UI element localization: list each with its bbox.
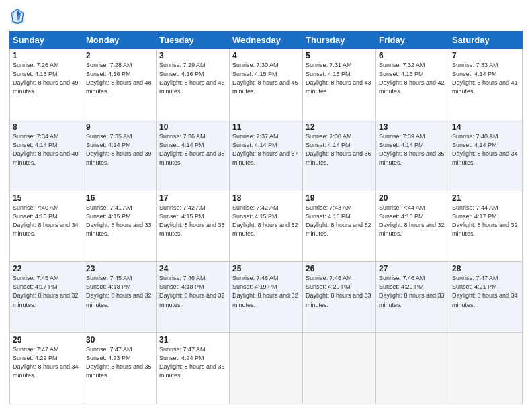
calendar-cell: 27Sunrise: 7:46 AMSunset: 4:20 PMDayligh… — [376, 262, 449, 333]
day-number: 2 — [86, 51, 153, 60]
calendar-cell: 13Sunrise: 7:39 AMSunset: 4:14 PMDayligh… — [376, 120, 449, 191]
calendar-cell: 6Sunrise: 7:32 AMSunset: 4:15 PMDaylight… — [376, 49, 449, 120]
calendar-cell — [303, 333, 376, 404]
calendar-cell: 3Sunrise: 7:29 AMSunset: 4:16 PMDaylight… — [157, 49, 230, 120]
cell-info: Sunrise: 7:34 AMSunset: 4:14 PMDaylight:… — [13, 132, 80, 167]
calendar-cell — [449, 333, 523, 404]
calendar-cell: 29Sunrise: 7:47 AMSunset: 4:22 PMDayligh… — [10, 333, 83, 404]
cell-info: Sunrise: 7:43 AMSunset: 4:16 PMDaylight:… — [306, 203, 373, 238]
col-header-friday: Friday — [376, 32, 449, 49]
calendar-cell: 21Sunrise: 7:44 AMSunset: 4:17 PMDayligh… — [449, 191, 523, 262]
col-header-thursday: Thursday — [303, 32, 376, 49]
logo-icon — [9, 7, 26, 26]
cell-info: Sunrise: 7:44 AMSunset: 4:16 PMDaylight:… — [379, 203, 446, 238]
cell-info: Sunrise: 7:46 AMSunset: 4:19 PMDaylight:… — [232, 274, 300, 309]
day-number: 16 — [86, 193, 153, 203]
cell-info: Sunrise: 7:42 AMSunset: 4:15 PMDaylight:… — [232, 203, 300, 238]
day-number: 19 — [306, 193, 373, 203]
cell-info: Sunrise: 7:30 AMSunset: 4:15 PMDaylight:… — [232, 61, 300, 96]
calendar-cell: 7Sunrise: 7:33 AMSunset: 4:14 PMDaylight… — [449, 49, 523, 120]
cell-info: Sunrise: 7:42 AMSunset: 4:15 PMDaylight:… — [159, 203, 226, 238]
calendar-cell: 9Sunrise: 7:35 AMSunset: 4:14 PMDaylight… — [83, 120, 157, 191]
cell-info: Sunrise: 7:32 AMSunset: 4:15 PMDaylight:… — [379, 61, 446, 96]
cell-info: Sunrise: 7:29 AMSunset: 4:16 PMDaylight:… — [159, 61, 226, 96]
cell-info: Sunrise: 7:46 AMSunset: 4:20 PMDaylight:… — [306, 274, 373, 309]
cell-info: Sunrise: 7:31 AMSunset: 4:15 PMDaylight:… — [306, 61, 373, 96]
cell-info: Sunrise: 7:47 AMSunset: 4:23 PMDaylight:… — [86, 345, 153, 380]
calendar-table: SundayMondayTuesdayWednesdayThursdayFrid… — [9, 31, 523, 404]
day-number: 4 — [232, 51, 300, 60]
calendar-cell: 20Sunrise: 7:44 AMSunset: 4:16 PMDayligh… — [376, 191, 449, 262]
cell-info: Sunrise: 7:35 AMSunset: 4:14 PMDaylight:… — [86, 132, 153, 167]
col-header-saturday: Saturday — [449, 32, 523, 49]
calendar-cell: 28Sunrise: 7:47 AMSunset: 4:21 PMDayligh… — [449, 262, 523, 333]
logo — [9, 7, 27, 26]
calendar-week-row: 1Sunrise: 7:26 AMSunset: 4:16 PMDaylight… — [10, 49, 523, 120]
cell-info: Sunrise: 7:36 AMSunset: 4:14 PMDaylight:… — [159, 132, 226, 167]
calendar-cell: 1Sunrise: 7:26 AMSunset: 4:16 PMDaylight… — [10, 49, 83, 120]
cell-info: Sunrise: 7:47 AMSunset: 4:22 PMDaylight:… — [13, 345, 80, 380]
cell-info: Sunrise: 7:28 AMSunset: 4:16 PMDaylight:… — [86, 61, 153, 96]
cell-info: Sunrise: 7:39 AMSunset: 4:14 PMDaylight:… — [379, 132, 446, 167]
cell-info: Sunrise: 7:44 AMSunset: 4:17 PMDaylight:… — [452, 203, 519, 238]
col-header-tuesday: Tuesday — [157, 32, 230, 49]
cell-info: Sunrise: 7:41 AMSunset: 4:15 PMDaylight:… — [86, 203, 153, 238]
day-number: 5 — [306, 51, 373, 60]
day-number: 27 — [379, 264, 446, 273]
day-number: 20 — [379, 193, 446, 203]
cell-info: Sunrise: 7:37 AMSunset: 4:14 PMDaylight:… — [232, 132, 300, 167]
day-number: 23 — [86, 264, 153, 273]
col-header-monday: Monday — [83, 32, 157, 49]
calendar-cell: 5Sunrise: 7:31 AMSunset: 4:15 PMDaylight… — [303, 49, 376, 120]
calendar-cell: 30Sunrise: 7:47 AMSunset: 4:23 PMDayligh… — [83, 333, 157, 404]
calendar-cell: 19Sunrise: 7:43 AMSunset: 4:16 PMDayligh… — [303, 191, 376, 262]
calendar-cell: 26Sunrise: 7:46 AMSunset: 4:20 PMDayligh… — [303, 262, 376, 333]
day-number: 29 — [13, 335, 80, 345]
calendar-cell: 24Sunrise: 7:46 AMSunset: 4:18 PMDayligh… — [157, 262, 230, 333]
calendar-week-row: 15Sunrise: 7:40 AMSunset: 4:15 PMDayligh… — [10, 191, 523, 262]
day-number: 31 — [159, 335, 226, 345]
col-header-wednesday: Wednesday — [230, 32, 303, 49]
day-number: 30 — [86, 335, 153, 345]
day-number: 10 — [159, 122, 226, 132]
day-number: 14 — [452, 122, 519, 132]
page: SundayMondayTuesdayWednesdayThursdayFrid… — [0, 0, 532, 411]
day-number: 12 — [306, 122, 373, 132]
calendar-cell — [230, 333, 303, 404]
cell-info: Sunrise: 7:40 AMSunset: 4:14 PMDaylight:… — [452, 132, 519, 167]
day-number: 24 — [159, 264, 226, 273]
cell-info: Sunrise: 7:46 AMSunset: 4:20 PMDaylight:… — [379, 274, 446, 309]
calendar-cell: 11Sunrise: 7:37 AMSunset: 4:14 PMDayligh… — [230, 120, 303, 191]
day-number: 3 — [159, 51, 226, 60]
cell-info: Sunrise: 7:38 AMSunset: 4:14 PMDaylight:… — [306, 132, 373, 167]
day-number: 6 — [379, 51, 446, 60]
day-number: 7 — [452, 51, 519, 60]
day-number: 15 — [13, 193, 80, 203]
cell-info: Sunrise: 7:45 AMSunset: 4:18 PMDaylight:… — [86, 274, 153, 309]
day-number: 21 — [452, 193, 519, 203]
day-number: 1 — [13, 51, 80, 60]
day-number: 17 — [159, 193, 226, 203]
calendar-cell — [376, 333, 449, 404]
cell-info: Sunrise: 7:26 AMSunset: 4:16 PMDaylight:… — [13, 61, 80, 96]
day-number: 11 — [232, 122, 300, 132]
day-number: 26 — [306, 264, 373, 273]
day-number: 22 — [13, 264, 80, 273]
day-number: 28 — [452, 264, 519, 273]
calendar-cell: 4Sunrise: 7:30 AMSunset: 4:15 PMDaylight… — [230, 49, 303, 120]
day-number: 9 — [86, 122, 153, 132]
calendar-cell: 23Sunrise: 7:45 AMSunset: 4:18 PMDayligh… — [83, 262, 157, 333]
calendar-cell: 16Sunrise: 7:41 AMSunset: 4:15 PMDayligh… — [83, 191, 157, 262]
calendar-header-row: SundayMondayTuesdayWednesdayThursdayFrid… — [10, 32, 523, 49]
col-header-sunday: Sunday — [10, 32, 83, 49]
calendar-cell: 18Sunrise: 7:42 AMSunset: 4:15 PMDayligh… — [230, 191, 303, 262]
calendar-cell: 25Sunrise: 7:46 AMSunset: 4:19 PMDayligh… — [230, 262, 303, 333]
day-number: 18 — [232, 193, 300, 203]
cell-info: Sunrise: 7:33 AMSunset: 4:14 PMDaylight:… — [452, 61, 519, 96]
cell-info: Sunrise: 7:47 AMSunset: 4:24 PMDaylight:… — [159, 345, 226, 380]
cell-info: Sunrise: 7:47 AMSunset: 4:21 PMDaylight:… — [452, 274, 519, 309]
day-number: 13 — [379, 122, 446, 132]
cell-info: Sunrise: 7:46 AMSunset: 4:18 PMDaylight:… — [159, 274, 226, 309]
calendar-cell: 15Sunrise: 7:40 AMSunset: 4:15 PMDayligh… — [10, 191, 83, 262]
calendar-week-row: 22Sunrise: 7:45 AMSunset: 4:17 PMDayligh… — [10, 262, 523, 333]
